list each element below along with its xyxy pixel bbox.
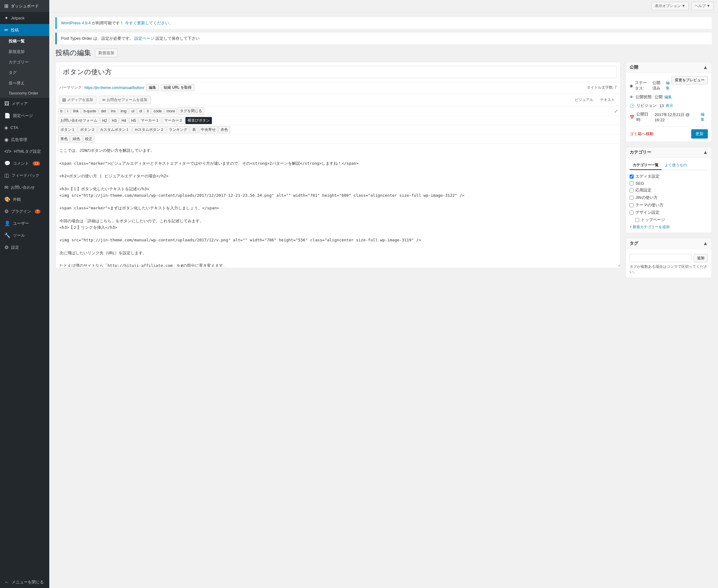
fmt-btn-青色[interactable]: 青色 xyxy=(58,135,70,143)
sidebar-item-cta[interactable]: ◈ CTA xyxy=(0,122,49,133)
fmt-btn-中央寄せ[interactable]: 中央寄せ xyxy=(199,126,218,133)
sidebar-item-media[interactable]: 🖼 メディア xyxy=(0,98,49,110)
sidebar-item-jetpack[interactable]: ✦ Jetpack xyxy=(0,12,49,24)
display-options-button[interactable]: 表示オプション ▼ xyxy=(652,2,689,10)
editor-textarea[interactable] xyxy=(56,144,620,267)
fmt-btn-お問い合わせフォーム[interactable]: お問い合わせフォーム xyxy=(58,117,100,124)
help-button[interactable]: ヘルプ ▼ xyxy=(691,2,714,10)
cat-label: SEO xyxy=(635,181,644,186)
publish-widget-title: 公開 xyxy=(630,65,638,70)
text-tab[interactable]: テキスト xyxy=(598,96,617,104)
fmt-btn-ボタン１[interactable]: ボタン１ xyxy=(58,126,77,133)
sidebar-item-feedback[interactable]: ◫ フィードバック xyxy=(0,169,49,181)
fmt-btn-ボタン２[interactable]: ボタン２ xyxy=(78,126,97,133)
sidebar-sub-item-posts-categories[interactable]: カテゴリー xyxy=(4,57,49,67)
sidebar-item-html-tags[interactable]: </> HTMLタグ設定 xyxy=(0,146,49,157)
trash-link[interactable]: ゴミ箱へ移動 xyxy=(630,131,654,137)
sidebar-item-comments[interactable]: 💬 コメント 13 xyxy=(0,157,49,169)
sidebar-sub-item-posts-new[interactable]: 新規追加 xyxy=(4,46,49,57)
fmt-btn-code[interactable]: code xyxy=(151,108,164,114)
cat-checkbox[interactable] xyxy=(630,211,634,215)
sidebar-item-posts[interactable]: ✏ 投稿 xyxy=(0,24,49,36)
post-title-input[interactable] xyxy=(59,66,617,78)
sidebar-item-plugins[interactable]: ⚙ プラグイン 7 xyxy=(0,205,49,217)
publish-widget-toggle[interactable]: ▲ xyxy=(703,65,708,70)
categories-list: エディタ設定SEO応用設定JINの使い方テーマの使い方デザイン設定トップページヘ… xyxy=(630,173,708,222)
tags-widget-toggle[interactable]: ▲ xyxy=(703,241,708,246)
fmt-btn-赤色[interactable]: 赤色 xyxy=(219,126,230,133)
categories-widget-toggle[interactable]: ▲ xyxy=(703,150,708,155)
fmt-btn-緑色[interactable]: 緑色 xyxy=(70,135,82,143)
add-category-link[interactable]: + 新規カテゴリーを追加 xyxy=(630,225,708,230)
cat-checkbox[interactable] xyxy=(635,218,639,222)
new-post-button[interactable]: 新規追加 xyxy=(95,49,118,57)
wp-version-link[interactable]: WordPress 4.9.4 xyxy=(61,21,91,25)
add-contact-form-button[interactable]: ✉ お問合せフォームを追加 xyxy=(99,96,151,104)
fmt-btn-img[interactable]: img xyxy=(118,108,128,114)
fmt-btn-H2[interactable]: H2 xyxy=(100,118,109,124)
permalink-edit-button[interactable]: 編集 xyxy=(146,84,159,91)
cat-checkbox[interactable] xyxy=(630,181,634,185)
date-edit-link[interactable]: 編集 xyxy=(701,112,708,122)
visibility-edit-link[interactable]: 編集 xyxy=(664,94,672,100)
update-button[interactable]: 更新 xyxy=(691,129,708,139)
sidebar-sub-item-posts-sort[interactable]: 並べ替え xyxy=(4,78,49,88)
sidebar-item-appearance[interactable]: 🎨 外観 xyxy=(0,193,49,205)
sidebar-item-contact[interactable]: ✉ お問い合わせ xyxy=(0,181,49,193)
fmt-btn-del[interactable]: del xyxy=(99,108,108,114)
preview-button[interactable]: 変更をプレビュー xyxy=(672,76,708,84)
sidebar-item-close-menu[interactable]: ← メニューを閉じる xyxy=(0,576,49,588)
cat-checkbox[interactable] xyxy=(630,174,634,178)
sidebar-item-pages[interactable]: 📄 固定ページ xyxy=(0,110,49,122)
fmt-btn-ins[interactable]: ins xyxy=(109,108,118,114)
fmt-btn-li[interactable]: li xyxy=(145,108,151,114)
fmt-btn-link[interactable]: link xyxy=(71,108,81,114)
fmt-btn-マーカー２[interactable]: マーカー２ xyxy=(162,117,185,124)
settings-page-link[interactable]: 設定ページ xyxy=(134,36,154,41)
fmt-btn-i[interactable]: i xyxy=(65,108,70,114)
revision-view-link[interactable]: 表示 xyxy=(665,103,673,108)
sidebar-item-users[interactable]: 👤 ユーザー xyxy=(0,217,49,229)
update-now-link[interactable]: 今すぐ更新してください。 xyxy=(125,21,173,25)
add-tag-button[interactable]: 追加 xyxy=(694,254,708,262)
fmt-btn-タグを閉じる[interactable]: タグを閉じる xyxy=(178,107,204,114)
sidebar-sub-item-posts-list[interactable]: 投稿一覧 xyxy=(4,36,49,46)
fmt-btn-カスタムボタン２[interactable]: カスタムボタン２ xyxy=(132,126,166,133)
add-media-button[interactable]: 🖼 メディアを追加 xyxy=(59,96,97,104)
cat-tab-popular[interactable]: よく使うもの xyxy=(662,161,690,170)
status-edit-link[interactable]: 編集 xyxy=(666,80,672,91)
fmt-btn-b-quote[interactable]: b-quote xyxy=(81,108,98,114)
fmt-btn-more[interactable]: more xyxy=(164,108,177,114)
sidebar-sub-item-posts-tags[interactable]: タグ xyxy=(4,67,49,78)
format-toolbar-4: 青色緑色校正 xyxy=(56,134,620,144)
cat-tab-all[interactable]: カテゴリー一覧 xyxy=(630,161,662,170)
cat-checkbox[interactable] xyxy=(630,203,634,207)
sidebar-item-ads[interactable]: ◉ 広告管理 xyxy=(0,133,49,146)
tag-input[interactable] xyxy=(630,254,692,262)
fmt-btn-ul[interactable]: ul xyxy=(129,108,137,114)
cat-checkbox[interactable] xyxy=(630,196,634,200)
fmt-btn-マーカー１[interactable]: マーカー１ xyxy=(139,117,161,124)
fmt-btn-H4[interactable]: H4 xyxy=(120,118,128,124)
publish-date-row: 📅 公開日時: 2017年12月21日 @ 16:22 編集 xyxy=(630,110,708,124)
fmt-btn-カスタムボタン１[interactable]: カスタムボタン１ xyxy=(98,126,131,133)
fmt-btn-b[interactable]: b xyxy=(58,108,65,114)
fmt-btn-横並びボタン[interactable]: 横並びボタン xyxy=(185,117,212,124)
visual-tab[interactable]: ビジュアル xyxy=(572,96,596,104)
date-label: 公開日時: xyxy=(636,111,653,123)
permalink-url[interactable]: https://jin-theme.com/manual/button/ xyxy=(84,86,144,90)
sidebar-item-dashboard[interactable]: ⊞ ダッシュボード xyxy=(0,0,49,12)
add-contact-label: お問合せフォームを追加 xyxy=(107,97,147,103)
sidebar-item-tools[interactable]: 🔧 ツール xyxy=(0,229,49,241)
fmt-btn-H5[interactable]: H5 xyxy=(129,118,138,124)
fmt-btn-ランキング[interactable]: ランキング xyxy=(167,126,189,133)
fmt-btn-H3[interactable]: H3 xyxy=(110,118,119,124)
fmt-btn-校正[interactable]: 校正 xyxy=(83,135,95,143)
fmt-btn-ol[interactable]: ol xyxy=(137,108,144,114)
sidebar-item-settings[interactable]: ⚙ 設定 xyxy=(0,241,49,253)
sidebar-sub-item-taxonomy-order[interactable]: Taxonomy Order xyxy=(4,88,49,98)
fmt-btn-表[interactable]: 表 xyxy=(190,126,198,133)
permalink-short-url-button[interactable]: 短縮 URL を取得 xyxy=(161,84,194,91)
cat-checkbox[interactable] xyxy=(630,188,634,192)
toolbar-expand-icon[interactable]: ⤢ xyxy=(614,109,618,113)
